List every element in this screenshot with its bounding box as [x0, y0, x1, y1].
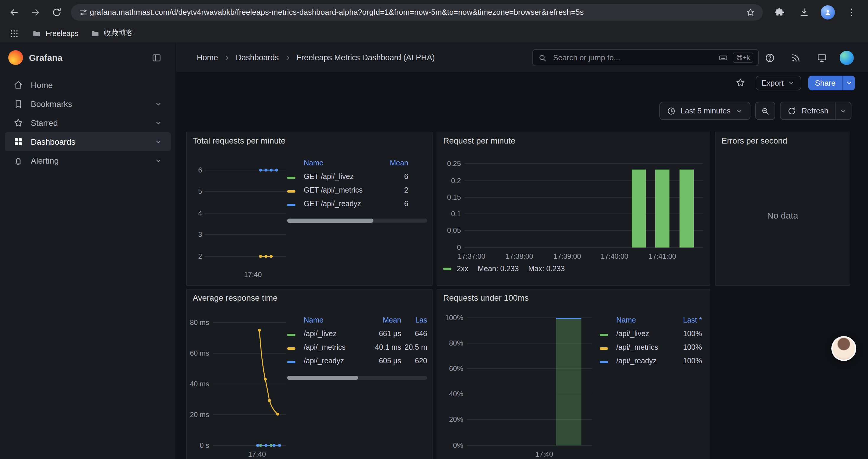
search-bar[interactable]: ⌘+k — [532, 49, 759, 66]
legend-series-name[interactable]: 2xx — [457, 265, 468, 273]
share-button[interactable]: Share — [809, 75, 855, 90]
legend-row: /api/_livez 661 µs 646 — [287, 327, 427, 340]
x-tick: 17:41:00 — [644, 252, 681, 261]
series-color — [287, 176, 296, 179]
y-tick: 0.05 — [438, 226, 461, 234]
sidebar-item-starred[interactable]: Starred — [5, 113, 171, 132]
floating-avatar[interactable] — [831, 336, 856, 361]
apps-grid-icon — [9, 29, 19, 38]
legend-header-name[interactable]: Name — [300, 159, 378, 167]
url-bar[interactable]: grafana.mathmast.com/d/deytv4rwavabkb/fr… — [71, 4, 763, 21]
chevron-right-icon — [284, 54, 292, 62]
grafana-user-avatar[interactable] — [840, 51, 854, 65]
legend-series-name[interactable]: GET /api/_livez — [300, 172, 378, 181]
legend-series-name[interactable]: /api/_livez — [613, 329, 671, 338]
legend-row: /api/_livez 100% — [600, 327, 702, 340]
breadcrumb-home[interactable]: Home — [197, 53, 218, 62]
url-text[interactable]: grafana.mathmast.com/d/deytv4rwavabkb/fr… — [90, 8, 744, 17]
legend-header-last[interactable]: Last * — [671, 316, 702, 324]
y-tick: 0.2 — [438, 177, 461, 185]
help-button[interactable] — [762, 49, 778, 66]
chevron-down-icon[interactable] — [154, 100, 162, 108]
bookmark-star-button[interactable] — [744, 4, 757, 21]
legend-header-mean[interactable]: Mean — [378, 159, 408, 167]
scrollbar-thumb[interactable] — [287, 219, 373, 223]
apps-button[interactable] — [8, 25, 20, 42]
legend-scrollbar[interactable] — [287, 376, 427, 380]
legend-series-name[interactable]: /api/_readyz — [300, 357, 366, 365]
y-tick: 0.1 — [438, 210, 461, 218]
zoom-out-button[interactable] — [755, 102, 776, 120]
reload-button[interactable] — [49, 4, 65, 21]
chevron-down-icon[interactable] — [154, 119, 162, 127]
help-icon — [765, 52, 775, 63]
browser-menu-button[interactable]: ⋮ — [843, 4, 860, 21]
favorite-dashboard-button[interactable] — [732, 74, 748, 91]
star-icon — [13, 118, 24, 128]
y-tick: 80 ms — [188, 319, 209, 327]
chevron-down-icon[interactable] — [154, 138, 162, 146]
breadcrumb-dashboards[interactable]: Dashboards — [236, 53, 279, 62]
header-icons — [762, 49, 854, 66]
folder-icon — [32, 29, 41, 38]
legend-series-name[interactable]: /api/_metrics — [300, 343, 366, 351]
legend-scrollbar[interactable] — [287, 219, 427, 223]
back-button[interactable] — [6, 4, 23, 21]
legend-header-name[interactable]: Name — [300, 316, 366, 324]
site-info-icon[interactable] — [77, 4, 90, 21]
x-tick: 17:39:00 — [548, 252, 586, 261]
refresh-interval-caret[interactable] — [835, 102, 851, 119]
legend-row: /api/_metrics 100% — [600, 340, 702, 354]
chevron-down-icon[interactable] — [154, 157, 162, 165]
refresh-group: Refresh — [780, 102, 851, 120]
refresh-icon — [787, 106, 797, 116]
y-tick: 40% — [438, 390, 463, 398]
sidebar-item-home[interactable]: Home — [5, 76, 171, 95]
kiosk-button[interactable] — [814, 49, 830, 66]
sidebar-item-dashboards[interactable]: Dashboards — [5, 132, 171, 151]
y-tick: 0 s — [188, 441, 209, 450]
legend-header-mean[interactable]: Mean — [366, 316, 401, 324]
share-caret-button[interactable] — [842, 75, 855, 90]
sidebar-item-alerting[interactable]: Alerting — [5, 151, 171, 170]
legend: 2xx Mean: 0.233 Max: 0.233 — [443, 265, 565, 273]
legend-series-name[interactable]: /api/_metrics — [613, 343, 671, 351]
panel-total-requests: Total requests per minute — [186, 132, 433, 286]
grafana-logo[interactable] — [8, 50, 23, 65]
legend-table: Name Mean GET /api/_livez 6 GET /api/_me… — [287, 157, 427, 210]
extensions-button[interactable] — [771, 4, 788, 21]
export-button[interactable]: Export — [755, 75, 801, 90]
downloads-button[interactable] — [796, 4, 812, 21]
dashboard-actions: Export Share — [732, 72, 855, 93]
sidebar-toggle-button[interactable] — [148, 49, 165, 66]
panel-average-response-time: Average response time — [186, 289, 433, 459]
news-button[interactable] — [788, 49, 804, 66]
legend-series-name[interactable]: /api/_readyz — [613, 357, 671, 365]
search-icon — [538, 53, 547, 62]
x-tick: 17:40 — [241, 450, 274, 458]
x-tick: 17:40:00 — [596, 252, 633, 261]
bookmark-folder-blogs[interactable]: 收藏博客 — [90, 28, 133, 38]
browser-profile-avatar[interactable] — [821, 5, 835, 19]
legend-series-name[interactable]: /api/_livez — [300, 329, 366, 338]
legend-header-last[interactable]: Las — [401, 316, 427, 324]
legend-header-name[interactable]: Name — [613, 316, 671, 324]
bookmark-icon — [13, 99, 24, 109]
series-color — [600, 347, 608, 350]
screen: grafana.mathmast.com/d/deytv4rwavabkb/fr… — [0, 0, 868, 459]
forward-arrow-icon — [30, 7, 41, 18]
legend-series-name[interactable]: GET /api/_readyz — [300, 199, 378, 208]
star-icon — [735, 77, 745, 88]
legend-series-name[interactable]: GET /api/_metrics — [300, 186, 378, 194]
home-icon — [13, 80, 24, 90]
bookmark-folder-freeleaps[interactable]: Freeleaps — [32, 29, 78, 38]
forward-button[interactable] — [27, 4, 44, 21]
scrollbar-thumb[interactable] — [287, 376, 358, 380]
sidebar-item-bookmarks[interactable]: Bookmarks — [5, 95, 171, 113]
time-range-button[interactable]: Last 5 minutes — [659, 102, 751, 120]
panel-title[interactable]: Errors per second — [721, 136, 787, 145]
grafana-sidebar: Grafana Home Bookmarks Starred — [0, 43, 176, 459]
refresh-button[interactable]: Refresh — [781, 102, 835, 119]
search-input[interactable] — [552, 53, 714, 63]
series-color — [600, 361, 608, 363]
